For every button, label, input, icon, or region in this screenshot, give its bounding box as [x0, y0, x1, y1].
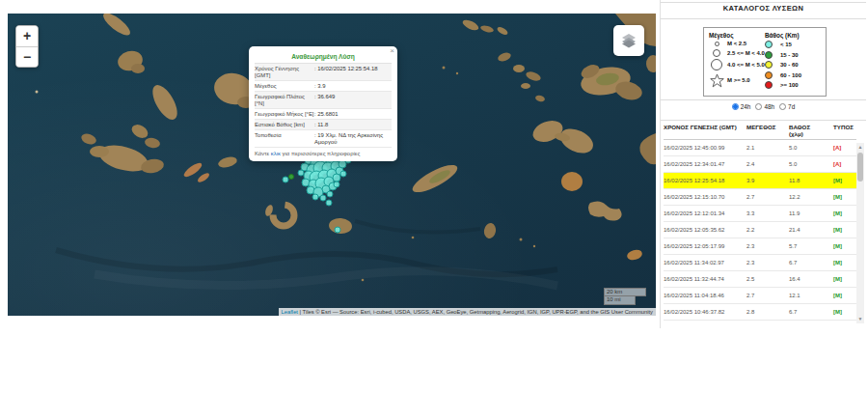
popup-row-label: Χρόνος Γέννησης [GMT] — [255, 66, 314, 79]
cell-type: [M] — [833, 227, 856, 233]
cell-magnitude: 2.5 — [746, 276, 789, 282]
depth-swatch — [765, 51, 773, 59]
table-row[interactable]: 16/02/2025 12:15:10.70 2.7 12.2 [M] — [664, 189, 856, 206]
cell-time: 16/02/2025 12:15:10.70 — [664, 194, 746, 200]
radio-icon[interactable] — [755, 103, 762, 110]
depth-swatch — [765, 41, 773, 48]
header-depth: ΒΑΘΟΣ (χλμ) — [789, 124, 833, 137]
cell-time: 16/02/2025 12:34:01.47 — [664, 161, 746, 167]
time-filter-48h[interactable]: 48h — [755, 103, 774, 110]
earthquake-marker[interactable] — [327, 191, 333, 197]
cell-magnitude: 2.8 — [746, 309, 789, 315]
legend-label: >= 100 — [780, 82, 799, 88]
time-filter-group: 24h 48h 7d — [661, 103, 866, 110]
earthquake-marker[interactable] — [320, 195, 326, 201]
earthquake-marker[interactable] — [340, 171, 346, 177]
table-row[interactable]: 16/02/2025 12:05:35.62 2.2 21.4 [M] — [664, 222, 856, 238]
legend-label: M < 2.5 — [727, 41, 746, 46]
popup-row-value: 36.649 — [314, 94, 392, 107]
cell-time: 16/02/2025 11:32:44.74 — [664, 276, 746, 282]
earthquake-marker[interactable] — [289, 175, 294, 180]
popup-row-label: Εστιακό Βάθος [km] — [255, 122, 314, 128]
popup-row-label: Τοποθεσία — [255, 132, 314, 146]
earthquake-marker[interactable] — [334, 182, 339, 187]
earthquake-marker[interactable] — [326, 200, 332, 206]
legend-depth-title: Βάθος (Km) — [765, 32, 821, 39]
legend-magnitude-title: Μέγεθος — [709, 32, 765, 39]
popup-footer-text: για περισσότερες πληροφορίες — [283, 151, 361, 156]
scroll-down-icon[interactable]: ▼ — [856, 315, 864, 323]
leaflet-link[interactable]: Leaflet — [282, 309, 298, 315]
earthquake-popup: × Αναθεωρημένη Λύση Χρόνος Γέννησης [GMT… — [249, 46, 397, 161]
leaflet-map[interactable]: + − × Αναθεωρημένη Λύση Χρόνος Γέννησης … — [8, 14, 656, 316]
table-header-row: ΧΡΟΝΟΣ ΓΕΝΕΣΗΣ (GMT) ΜΕΓΕΘΟΣ ΒΑΘΟΣ (χλμ)… — [664, 124, 856, 140]
scale-km: 20 km — [604, 288, 646, 296]
cell-time: 16/02/2025 10:46:37.82 — [664, 309, 746, 315]
zoom-in-button[interactable]: + — [16, 26, 38, 46]
legend-label: 2.5 <= M < 4.0 — [727, 50, 765, 56]
popup-row-value: 3.9 — [314, 83, 392, 90]
cell-type: [M] — [833, 210, 856, 216]
scrollbar-thumb[interactable] — [857, 153, 863, 182]
cell-type: [M] — [833, 309, 856, 315]
cell-time: 16/02/2025 12:05:17.99 — [664, 243, 746, 249]
cell-magnitude: 2.2 — [746, 227, 789, 233]
time-filter-7d[interactable]: 7d — [779, 103, 795, 110]
cell-magnitude: 3.9 — [746, 178, 789, 183]
cell-type: [M] — [833, 276, 856, 282]
time-filter-label: 7d — [788, 103, 795, 110]
table-row[interactable]: 16/02/2025 12:12:01.34 3.3 11.9 [M] — [664, 206, 856, 222]
cell-magnitude: 2.3 — [746, 260, 789, 266]
radio-icon[interactable] — [732, 103, 739, 110]
cell-type: [A] — [833, 145, 856, 151]
table-scrollbar[interactable]: ▲ ▼ — [856, 143, 864, 323]
table-row[interactable]: 16/02/2025 11:32:44.74 2.5 16.4 [M] — [664, 271, 856, 288]
earthquake-marker[interactable] — [333, 174, 340, 182]
magnitude-small-circle-icon — [715, 42, 719, 46]
earthquake-marker[interactable] — [298, 170, 304, 176]
popup-title: Αναθεωρημένη Λύση — [255, 51, 392, 64]
layers-control[interactable] — [613, 25, 644, 56]
table-row[interactable]: 16/02/2025 12:05:17.99 2.3 5.7 [M] — [664, 238, 856, 255]
cell-magnitude: 2.7 — [746, 293, 789, 298]
radio-icon[interactable] — [779, 103, 786, 110]
cell-depth: 11.9 — [789, 210, 833, 216]
magnitude-medium-circle-icon — [713, 49, 720, 57]
legend-label: 4.0 <= M < 5.0 — [727, 62, 765, 68]
table-row[interactable]: 16/02/2025 12:34:01.47 2.4 5.0 [A] — [664, 156, 856, 173]
time-filter-24h[interactable]: 24h — [732, 103, 751, 110]
cell-time: 16/02/2025 12:45:00.99 — [664, 145, 746, 151]
magnitude-large-circle-icon — [711, 59, 722, 70]
zoom-out-button[interactable]: − — [16, 46, 38, 67]
layers-icon — [620, 32, 637, 49]
earthquake-marker[interactable] — [283, 177, 288, 182]
popup-row: Γεωγραφικό Πλάτος [°N] 36.649 — [255, 92, 392, 109]
cell-depth: 5.0 — [789, 161, 833, 167]
popup-close-icon[interactable]: × — [390, 47, 394, 55]
table-row[interactable]: 16/02/2025 11:34:02.97 2.3 6.7 [M] — [664, 255, 856, 271]
popup-more-info-link[interactable]: κλικ — [271, 151, 281, 156]
scale-mi: 10 mi — [604, 296, 636, 305]
quake-table-body: 16/02/2025 12:45:00.99 2.1 5.0 [A] 16/02… — [664, 140, 856, 321]
earthquake-marker[interactable] — [335, 227, 340, 233]
table-row[interactable]: 16/02/2025 12:45:00.99 2.1 5.0 [A] — [664, 140, 856, 156]
table-row[interactable]: 16/02/2025 11:04:18.46 2.7 12.1 [M] — [664, 288, 856, 304]
cell-type: [M] — [833, 243, 856, 249]
depth-swatch — [765, 61, 773, 69]
earthquake-marker[interactable] — [312, 194, 318, 200]
scroll-up-icon[interactable]: ▲ — [856, 143, 864, 152]
cell-depth: 11.8 — [789, 178, 833, 183]
solutions-panel: ΚΑΤΑΛΟΓΟΣ ΛΥΣΕΩΝ Μέγεθος M < 2.5 2.5 <= … — [660, 0, 866, 328]
cell-magnitude: 2.3 — [746, 243, 789, 249]
cell-type: [M] — [833, 260, 856, 266]
table-row[interactable]: 16/02/2025 10:46:37.82 2.8 6.7 [M] — [664, 304, 856, 321]
table-row[interactable]: 16/02/2025 12:25:54.18 3.9 11.8 [M] — [664, 173, 856, 189]
depth-swatch — [765, 71, 773, 79]
cell-magnitude: 2.4 — [746, 161, 789, 167]
header-time: ΧΡΟΝΟΣ ΓΕΝΕΣΗΣ (GMT) — [664, 124, 746, 137]
attribution-text: | Tiles © Esri — Source: Esri, i-cubed, … — [298, 309, 653, 315]
divider — [661, 2, 866, 3]
cell-depth: 6.7 — [789, 260, 833, 266]
time-filter-label: 48h — [764, 103, 774, 110]
popup-row: Εστιακό Βάθος [km] 11.8 — [255, 120, 392, 130]
